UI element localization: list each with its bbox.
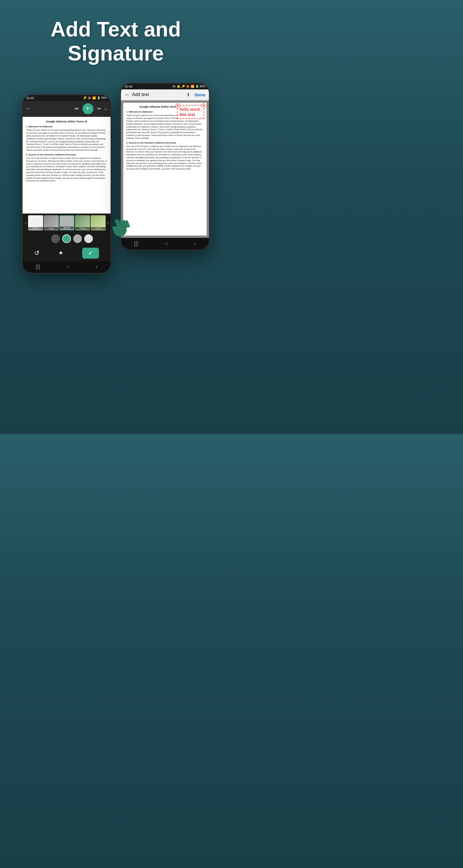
swatch-dark-gray[interactable] [51,235,60,243]
time-left: 15:45 [26,96,34,100]
text-tool-button[interactable]: TT [83,103,93,114]
swatch-black[interactable] [40,235,49,243]
reset-button[interactable]: ↺ [34,249,39,257]
phone-right-screen: 15:46 📷 🔔 🔑 🔇 📶 🔋 89% ← Add text ⬆ Done [121,84,209,250]
doc-section1-left: 1. Welcome to AdSense! [26,125,107,128]
phone-right: 15:46 📷 🔔 🔑 🔇 📶 🔋 89% ← Add text ⬆ Done [120,83,210,251]
filter-color-label: Color [91,227,105,230]
doc-body2-right: Your use of the Services is subject to y… [126,145,204,170]
hand-pointer [107,213,130,239]
color-swatches [23,232,111,245]
doc-body2-left: Your use of the Services is subject to y… [26,157,107,182]
status-icons-right: 📷 🔔 🔑 🔇 📶 🔋 89% [172,85,206,88]
filter-bw1-label: B&W1 [28,227,43,230]
nav-menu-left[interactable]: ||| [36,263,40,270]
doc-body1-left: Thanks for your interest in our search a… [26,129,107,151]
close-annotation-right[interactable]: ✕ [202,103,206,108]
nav-bar-right: ||| ○ ‹ [121,238,209,250]
filter-auto-label: Auto [44,227,59,230]
filter-bw2[interactable]: B&W2 [59,215,74,230]
phone-left-screen: 15:45 🔑 🔇 📶 🔋 90% ← ✏ TT ✂ ⌕ Google A [23,95,111,273]
nav-home-left[interactable]: ○ [66,263,69,270]
phone-left: 15:45 🔑 🔇 📶 🔋 90% ← ✏ TT ✂ ⌕ Google A [22,94,112,274]
swatch-white[interactable] [84,235,93,243]
status-bar-right: 15:46 📷 🔔 🔑 🔇 📶 🔋 89% [121,84,209,89]
back-button-right[interactable]: ← [124,92,130,98]
toolbar-right: ← Add text ⬆ Done [121,89,209,100]
phones-container: 15:45 🔑 🔇 📶 🔋 90% ← ✏ TT ✂ ⌕ Google A [0,77,232,279]
filter-bw1[interactable]: B&W1 [28,215,43,230]
nav-back-right[interactable]: ‹ [194,240,196,247]
done-button[interactable]: Done [195,92,206,97]
export-icon-right[interactable]: ⬆ [186,92,190,97]
annotation-text: hello word ,this test [179,107,202,117]
status-bar-left: 15:45 🔑 🔇 📶 🔋 90% [23,95,111,101]
filter-bw2-label: B&W2 [60,226,74,229]
filter-auto[interactable]: Auto [44,215,59,230]
search-icon-left[interactable]: ⌕ [105,106,107,111]
action-bar: ↺ ✦ ✓ [23,245,111,261]
confirm-button[interactable]: ✓ [82,248,99,259]
close-annotation-left[interactable]: ✕ [175,103,180,108]
filter-photo-label: Photo [75,227,90,230]
nav-home-right[interactable]: ○ [164,240,168,247]
filter-prev[interactable]: ‹ [24,220,28,225]
status-icons-left: 🔑 🔇 📶 🔋 90% [83,96,107,99]
add-text-title: Add text [132,92,184,97]
nav-back-left[interactable]: ‹ [95,263,97,270]
filter-photo[interactable]: Photo [75,215,90,230]
filter-bar: ‹ B&W1 Auto B&W2 Photo [23,214,111,232]
doc-section2-right: 2. Access to the Services; AdSense Accou… [126,141,204,144]
swatch-teal[interactable] [62,235,71,243]
toolbar-left: ← ✏ TT ✂ ⌕ [23,101,111,117]
crop-icon-left[interactable]: ✂ [97,105,101,112]
edit-icon-left[interactable]: ✏ [75,105,79,112]
document-left: Google AdSense Online Terms of 1. Welcom… [23,117,111,214]
document-area-right: ✕ ✕ hello word ,this test Google AdSense… [121,100,209,238]
page-title: Add Text and Signature [6,18,226,65]
nav-menu-right[interactable]: ||| [134,240,138,247]
swatch-light-gray[interactable] [73,235,82,243]
magic-button[interactable]: ✦ [58,249,63,257]
text-annotation-box[interactable]: ✕ ✕ hello word ,this test [177,105,204,119]
back-button-left[interactable]: ← [26,105,31,112]
nav-bar-left: ||| ○ ‹ [23,261,111,273]
filter-color[interactable]: Color [91,215,105,230]
doc-section2-left: 2. Access to the Services; AdSense Accou… [26,153,107,156]
document-right: ✕ ✕ hello word ,this test Google AdSense… [123,103,207,236]
time-right: 15:46 [124,85,132,88]
doc-title-left: Google AdSense Online Terms of [26,120,107,124]
header: Add Text and Signature [0,0,232,77]
